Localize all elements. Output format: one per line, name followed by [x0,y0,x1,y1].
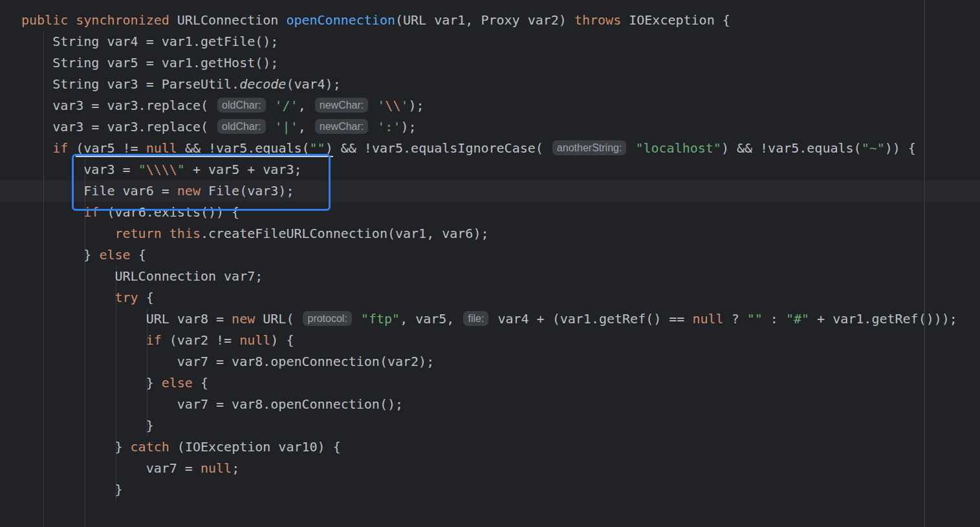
code-token: null [208,524,239,527]
code-line[interactable]: try { [21,287,957,308]
inlay-parameter-hint-pill: protocol: [303,311,351,326]
code-token: else [162,375,193,391]
code-line[interactable]: var3 = "\\\\" + var5 + var3; [21,159,957,180]
code-line[interactable]: File var6 = new File(var3); [21,180,957,202]
code-token: ; [232,460,239,476]
code-token [21,290,115,305]
code-token: "" [310,140,325,157]
code-token: if [146,332,162,348]
code-token: '/' [275,98,298,113]
code-line[interactable]: } [21,479,957,500]
code-token: \\\\ [146,162,177,177]
code-token: ) { [239,524,263,527]
code-line[interactable]: } else { [21,372,957,394]
code-line[interactable]: String var3 = ParseUtil.decode(var4); [21,74,957,95]
code-token: if [83,204,99,220]
code-token: (var2 != [162,332,239,348]
code-token: var3 = [21,162,138,177]
code-token: var7 = [21,460,201,476]
code-token: (URL var1, Proxy var2) [395,12,574,28]
code-line[interactable]: if (var6.exists()) { [21,202,957,223]
code-line[interactable]: } [21,415,957,436]
code-token [353,311,361,327]
code-line[interactable]: if (var5 != null && !var5.equals("") && … [21,138,957,159]
code-token: { [131,247,146,263]
code-line[interactable]: return this.createFileURLConnection(var1… [21,223,957,244]
code-line[interactable]: if (var7 != null) { [21,522,957,527]
code-token: else [99,247,130,263]
code-token: new [232,311,255,327]
code-token: File(var3); [201,183,294,199]
code-token: null [239,332,270,348]
code-line[interactable]: URLConnection var7; [21,266,957,287]
code-token: (IOException var10) { [169,439,341,455]
code-token: " [138,162,146,177]
code-token: ' [400,98,408,113]
code-token: (var6.exists()) { [99,204,239,220]
code-token [267,98,275,113]
code-token: (var4); [286,76,340,92]
inlay-parameter-hint-pill: newChar: [315,98,368,113]
code-token: var3 = var3.replace( [21,98,216,113]
code-line[interactable]: String var4 = var1.getFile(); [21,31,957,52]
code-token: return [115,226,162,241]
code-token: \\ [385,98,400,113]
inlay-parameter-hint-pill: anotherString: [552,140,627,155]
code-token: var4 + (var1.getRef() == [490,311,692,327]
code-token: openConnection [286,12,395,28]
code-token: (var5 != [76,140,146,157]
code-token: null [146,140,177,157]
inlay-parameter-hint-pill: file: [463,311,488,326]
code-token: String var4 = var1.getFile(); [21,34,278,49]
code-token [21,226,115,241]
code-token: } [21,375,162,391]
code-token [369,119,377,134]
code-token: " [177,162,185,177]
code-token: "ftp" [361,311,400,327]
code-token: URLConnection var7; [21,268,263,284]
code-token: null [692,311,723,327]
code-token: this [169,226,201,241]
code-line[interactable]: var7 = null; [21,458,957,479]
code-token: URL( [255,311,301,327]
code-token: throws [574,12,621,28]
code-token: null [201,460,232,476]
code-line[interactable]: var7 = var8.openConnection(); [21,394,957,415]
code-line[interactable]: if (var2 != null) { [21,330,957,351]
code-token: ) && !var5.equals( [721,140,862,156]
code-line[interactable]: var3 = var3.replace( oldChar: '|', newCh… [21,116,957,138]
code-token: ? [724,311,747,327]
code-token: ) { [270,332,294,348]
code-token: (var7 != [131,524,208,527]
code-line[interactable]: var7 = var8.openConnection(var2); [21,351,957,372]
code-token [627,140,635,156]
code-token: if [115,524,131,527]
code-token: + var5 + var3; [185,162,302,177]
code-token: if [52,140,68,156]
code-token: , var5, [400,311,462,327]
code-line[interactable]: } catch (IOException var10) { [21,436,957,458]
code-token: "#" [786,311,809,327]
code-editor[interactable]: public synchronized URLConnection openCo… [0,0,980,527]
code-line[interactable]: public synchronized URLConnection openCo… [21,10,957,31]
code-token: && !var5.equalsIgnoreCase( [333,140,551,156]
code-line[interactable]: URL var8 = new URL( protocol: "ftp", var… [21,308,957,330]
code-token: try [115,290,138,305]
code-token: decode [239,76,286,92]
code-token: public synchronized [21,12,169,28]
inlay-parameter-hint-pill: oldChar: [217,119,265,134]
code-token: String var3 = ParseUtil. [21,76,239,92]
code-line[interactable]: var3 = var3.replace( oldChar: '/', newCh… [21,95,957,116]
code-token: var7 = var8.openConnection(var2); [21,354,434,369]
code-token: catch [131,439,169,455]
code-token: "~" [862,140,885,156]
code-line[interactable]: } else { [21,244,957,266]
code-line[interactable] [21,500,957,522]
code-token [369,98,377,113]
code-token: ':' [377,119,400,134]
code-token: } [21,482,123,497]
code-token: IOException { [621,12,730,28]
code-line[interactable]: String var5 = var1.getHost(); [21,52,957,74]
code-token: ) [325,140,333,157]
code-token: URL var8 = [21,311,232,327]
